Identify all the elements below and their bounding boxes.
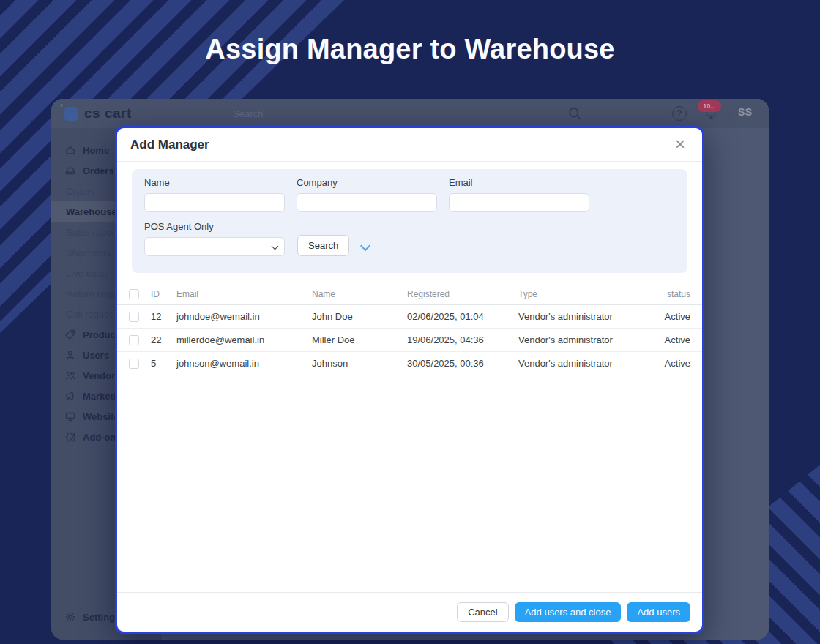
row-checkbox[interactable]	[129, 359, 139, 369]
modal-footer: Cancel Add users and close Add users	[117, 592, 702, 632]
sidebar-label: Product	[83, 329, 119, 340]
sidebar-label: Marketi	[83, 391, 116, 402]
cell-id: 5	[151, 358, 176, 369]
add-users-button[interactable]: Add users	[627, 602, 690, 622]
sidebar-label: Orders	[83, 165, 114, 176]
cs-cart-logo-text: cs cart	[84, 105, 132, 121]
cell-email: millerdoe@wemail.in	[176, 334, 312, 345]
sidebar-label: Live carts	[66, 268, 107, 279]
cell-email: johndoe@wemail.in	[176, 311, 312, 322]
cs-cart-logo: cs cart	[64, 105, 132, 121]
add-manager-modal: Add Manager × Name Company Email	[115, 126, 704, 634]
page-canvas: Assign Manager to Warehouse cs cart ?	[0, 0, 820, 644]
cell-type: Vendor's administrator	[518, 358, 657, 369]
page-title: Assign Manager to Warehouse	[0, 34, 820, 65]
megaphone-icon	[64, 390, 76, 402]
sidebar-label: Warehouse	[66, 206, 117, 217]
sidebar-label: Call request	[66, 309, 116, 320]
sidebar-label: Return requ	[66, 288, 116, 299]
inbox-icon	[64, 165, 76, 176]
column-header-status: status	[657, 289, 690, 299]
company-label: Company	[297, 177, 437, 188]
help-icon[interactable]: ?	[672, 106, 687, 121]
expand-filters-chevron-icon[interactable]	[360, 241, 370, 251]
notification-badge: 10...	[698, 100, 721, 112]
gear-icon	[64, 611, 76, 623]
search-icon[interactable]	[567, 106, 582, 121]
row-checkbox[interactable]	[129, 312, 139, 322]
cs-cart-logo-icon	[64, 107, 78, 121]
avatar[interactable]: SS	[738, 106, 753, 118]
tag-icon	[64, 329, 76, 340]
cancel-button[interactable]: Cancel	[457, 602, 508, 622]
name-field[interactable]	[144, 193, 285, 212]
cell-registered: 19/06/2025, 04:36	[407, 334, 518, 345]
column-header-id: ID	[151, 289, 176, 299]
cell-name: Johnson	[312, 358, 407, 369]
cell-id: 22	[151, 334, 176, 345]
table-row: 22 millerdoe@wemail.in Miller Doe 19/06/…	[117, 329, 702, 352]
cell-status: Active	[657, 358, 690, 369]
sidebar-label: Shipments	[66, 247, 111, 258]
cell-type: Vendor's administrator	[518, 334, 657, 345]
user-icon	[64, 349, 76, 361]
cell-registered: 30/05/2025, 00:36	[407, 358, 518, 369]
column-header-email: Email	[176, 289, 312, 299]
search-filters-panel: Name Company Email POS Agent Only	[132, 169, 687, 273]
add-users-and-close-button[interactable]: Add users and close	[515, 602, 622, 622]
users-table: ID Email Name Registered Type status 12 …	[117, 283, 702, 375]
pos-agent-only-label: POS Agent Only	[144, 221, 285, 232]
home-icon	[64, 144, 76, 156]
modal-header: Add Manager ×	[117, 128, 702, 162]
row-checkbox[interactable]	[129, 335, 139, 345]
monitor-icon	[64, 411, 76, 422]
select-all-checkbox[interactable]	[129, 289, 139, 299]
search-button[interactable]: Search	[297, 235, 349, 256]
column-header-registered: Registered	[407, 289, 518, 299]
cell-id: 12	[151, 311, 176, 322]
app-header: cs cart ? 10... SS	[51, 99, 769, 128]
column-header-type: Type	[518, 289, 657, 299]
cell-name: John Doe	[312, 311, 407, 322]
help-glyph: ?	[676, 108, 682, 119]
global-search-input[interactable]	[233, 103, 555, 124]
puzzle-icon	[64, 431, 76, 443]
users-icon	[64, 370, 76, 381]
table-header-row: ID Email Name Registered Type status	[117, 283, 702, 305]
sidebar-label: Home	[83, 145, 109, 156]
company-field[interactable]	[297, 193, 437, 212]
sidebar-label: Orders	[66, 186, 95, 197]
close-icon[interactable]: ×	[670, 134, 690, 154]
pos-agent-only-select[interactable]	[144, 237, 285, 256]
sidebar-label: Website	[83, 411, 119, 422]
column-header-name: Name	[312, 289, 407, 299]
cell-status: Active	[657, 311, 690, 322]
modal-title: Add Manager	[130, 138, 209, 152]
table-row: 12 johndoe@wemail.in John Doe 02/06/2025…	[117, 305, 702, 329]
sidebar-label: Users	[83, 350, 109, 361]
email-field[interactable]	[449, 193, 589, 212]
modal-empty-area	[117, 375, 702, 592]
table-row: 5 johnson@wemail.in Johnson 30/05/2025, …	[117, 352, 702, 375]
cell-registered: 02/06/2025, 01:04	[407, 311, 518, 322]
cell-email: johnson@wemail.in	[176, 358, 312, 369]
cell-name: Miller Doe	[312, 334, 407, 345]
cell-type: Vendor's administrator	[518, 311, 657, 322]
email-label: Email	[449, 177, 589, 188]
cell-status: Active	[657, 334, 690, 345]
name-label: Name	[144, 177, 285, 188]
sidebar-label: Sales report	[66, 227, 117, 238]
